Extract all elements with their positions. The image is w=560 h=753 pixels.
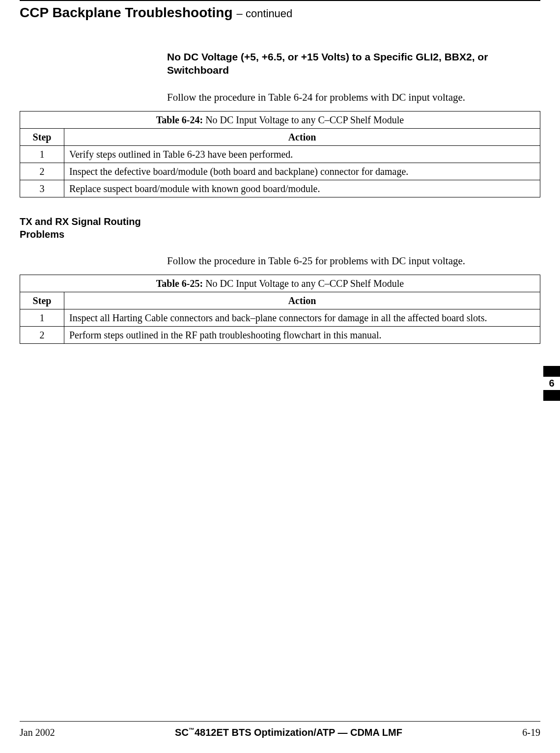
footer-page-number: 6-19 [522, 727, 540, 738]
table-caption-rest: No DC Input Voltage to any C–CCP Shelf M… [203, 114, 404, 125]
tab-top-box [543, 366, 560, 377]
action-cell: Verify steps outlined in Table 6-23 have… [64, 145, 540, 163]
top-rule [20, 0, 540, 1]
step-cell: 3 [20, 180, 64, 197]
footer-date: Jan 2002 [20, 727, 55, 738]
tab-bottom-box [543, 390, 560, 401]
table-row: 2 Perform steps outlined in the RF path … [20, 327, 540, 344]
action-cell: Replace suspect board/module with known … [64, 180, 540, 197]
table-6-25: Table 6-25: No DC Input Voltage to any C… [20, 275, 540, 344]
step-cell: 2 [20, 163, 64, 180]
table-caption-rest: No DC Input Voltage to any C–CCP Shelf M… [203, 278, 404, 289]
table-caption: Table 6-24: No DC Input Voltage to any C… [20, 111, 540, 128]
section-1-heading-block: No DC Voltage (+5, +6.5, or +15 Volts) t… [167, 50, 535, 104]
section-2-intro: Follow the procedure in Table 6-25 for p… [167, 254, 535, 268]
table-header-row: Step Action [20, 292, 540, 309]
col-action-header: Action [64, 292, 540, 309]
section-2-side-heading: TX and RX Signal Routing Problems [20, 215, 157, 241]
section-1-heading: No DC Voltage (+5, +6.5, or +15 Volts) t… [167, 50, 535, 77]
tab-number: 6 [543, 377, 560, 390]
table-header-row: Step Action [20, 128, 540, 145]
section-1-intro: Follow the procedure in Table 6-24 for p… [167, 91, 535, 104]
action-cell: Inspect the defective board/module (both… [64, 163, 540, 180]
step-cell: 2 [20, 327, 64, 344]
table-row: 2 Inspect the defective board/module (bo… [20, 163, 540, 180]
footer-row: Jan 2002 SC™4812ET BTS Optimization/ATP … [20, 726, 540, 738]
footer-sc: SC [175, 727, 189, 738]
step-cell: 1 [20, 309, 64, 327]
table-caption-bold: Table 6-24: [156, 114, 203, 125]
footer-doc-title: SC™4812ET BTS Optimization/ATP — CDMA LM… [175, 726, 402, 738]
col-action-header: Action [64, 128, 540, 145]
col-step-header: Step [20, 128, 64, 145]
section-2-intro-block: Follow the procedure in Table 6-25 for p… [167, 254, 535, 268]
footer-title-rest: 4812ET BTS Optimization/ATP — CDMA LMF [195, 727, 402, 738]
header-title: CCP Backplane Troubleshooting [20, 5, 233, 21]
page: CCP Backplane Troubleshooting – continue… [0, 0, 560, 753]
action-cell: Inspect all Harting Cable connectors and… [64, 309, 540, 327]
action-cell: Perform steps outlined in the RF path tr… [64, 327, 540, 344]
step-cell: 1 [20, 145, 64, 163]
table-row: 1 Verify steps outlined in Table 6-23 ha… [20, 145, 540, 163]
table-row: 3 Replace suspect board/module with know… [20, 180, 540, 197]
footer-rule [20, 721, 540, 722]
table-caption-bold: Table 6-25: [156, 278, 203, 289]
col-step-header: Step [20, 292, 64, 309]
section-tab: 6 [543, 366, 560, 401]
header-continued: – continued [237, 7, 293, 20]
page-header: CCP Backplane Troubleshooting – continue… [20, 5, 540, 21]
page-footer: Jan 2002 SC™4812ET BTS Optimization/ATP … [20, 721, 540, 738]
trademark-icon: ™ [189, 726, 195, 733]
table-caption: Table 6-25: No DC Input Voltage to any C… [20, 275, 540, 292]
table-caption-row: Table 6-24: No DC Input Voltage to any C… [20, 111, 540, 128]
table-caption-row: Table 6-25: No DC Input Voltage to any C… [20, 275, 540, 292]
table-row: 1 Inspect all Harting Cable connectors a… [20, 309, 540, 327]
table-6-24: Table 6-24: No DC Input Voltage to any C… [20, 111, 540, 197]
